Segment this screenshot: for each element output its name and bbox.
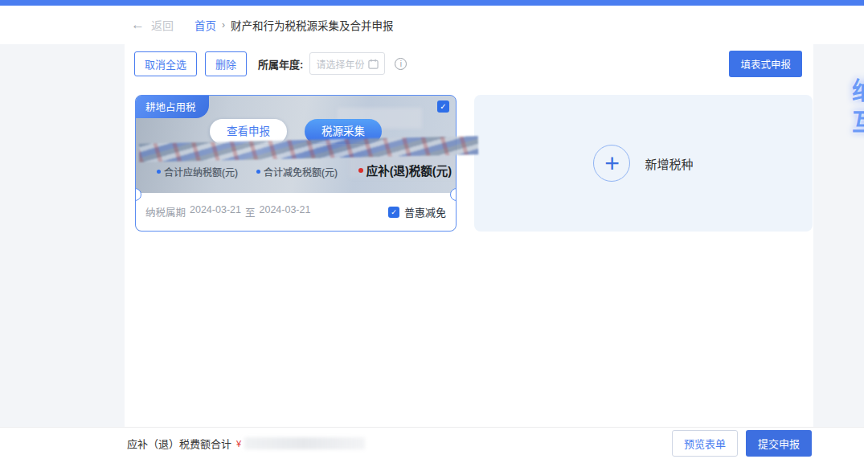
fill-form-declare-button[interactable]: 填表式申报 <box>729 51 802 77</box>
top-accent-bar <box>0 0 868 6</box>
tax-card-checkbox[interactable]: ✓ <box>437 100 449 113</box>
redacted-total-value <box>244 437 365 449</box>
info-icon[interactable]: i <box>395 58 407 70</box>
calendar-icon[interactable] <box>368 59 379 69</box>
tax-card-footer: 纳税属期 2024-03-21 至 2024-03-21 ✓ 普惠减免 <box>136 193 456 231</box>
breadcrumb-current-page: 财产和行为税税源采集及合并申报 <box>231 17 394 33</box>
add-tax-type-label: 新增税种 <box>645 155 693 172</box>
metric-total-reduction: 合计减免税额(元) <box>256 165 338 178</box>
red-dot-icon <box>358 168 363 173</box>
metric-label: 合计减免税额(元) <box>264 165 338 178</box>
view-declaration-button[interactable]: 查看申报 <box>210 119 287 144</box>
back-arrow-icon[interactable]: ← <box>131 17 145 33</box>
toolbar: 取消全选 删除 所属年度: 请选择年份 i 填表式申报 <box>134 51 802 76</box>
tax-source-collect-button[interactable]: 税源采集 <box>305 119 382 144</box>
metric-tax-due-refund: 应补(退)税额(元) <box>358 162 452 178</box>
period-end-date: 2024-03-21 <box>259 204 310 219</box>
year-placeholder: 请选择年份 <box>316 57 368 71</box>
delete-button[interactable]: 删除 <box>205 51 247 76</box>
submit-declaration-button[interactable]: 提交申报 <box>746 430 812 457</box>
breadcrumb-home-link[interactable]: 首页 <box>194 17 216 33</box>
metric-label: 应补(退)税额(元) <box>366 162 452 178</box>
period-joiner: 至 <box>245 204 256 219</box>
back-link[interactable]: 返回 <box>151 17 174 33</box>
metric-label: 合计应纳税额(元) <box>164 165 238 178</box>
tax-card-farmland-occupation[interactable]: 耕地占用税 ✓ 查看申报 税源采集 合计应纳税额(元) 合计减免税额(元) 应补… <box>135 95 457 232</box>
metric-total-payable: 合计应纳税额(元) <box>157 165 238 178</box>
benefit-reduction-checkbox[interactable]: ✓ <box>388 207 399 218</box>
benefit-reduction-label: 普惠减免 <box>404 204 446 219</box>
tax-period-text: 纳税属期 2024-03-21 至 2024-03-21 <box>145 204 310 219</box>
year-field-label: 所属年度: <box>258 56 303 72</box>
preview-form-button[interactable]: 预览表单 <box>672 430 738 457</box>
year-select-input[interactable]: 请选择年份 <box>309 52 385 75</box>
add-tax-type-card[interactable]: + 新增税种 <box>474 95 813 232</box>
plus-icon: + <box>593 145 630 182</box>
total-due-refund-label: 应补（退）税费额合计 <box>127 436 231 451</box>
tax-card-title-badge: 耕地占用税 <box>136 96 209 118</box>
blue-dot-icon <box>256 170 260 174</box>
breadcrumb-separator: › <box>222 19 225 31</box>
period-start-date: 2024-03-21 <box>190 204 241 219</box>
blue-dot-icon <box>157 170 161 174</box>
period-label: 纳税属期 <box>145 204 186 219</box>
cancel-select-all-button[interactable]: 取消全选 <box>134 51 197 76</box>
page-footer: 应补（退）税费额合计 ¥ 预览表单 提交申报 <box>0 427 868 459</box>
currency-mark: ¥ <box>236 439 241 449</box>
main-panel: 取消全选 删除 所属年度: 请选择年份 i 填表式申报 耕地占用税 ✓ 查看申报… <box>125 44 813 427</box>
breadcrumb: ← 返回 首页 › 财产和行为税税源采集及合并申报 <box>0 6 868 44</box>
right-edge-margin <box>864 0 868 459</box>
tax-card-actions: 查看申报 税源采集 <box>136 119 456 144</box>
